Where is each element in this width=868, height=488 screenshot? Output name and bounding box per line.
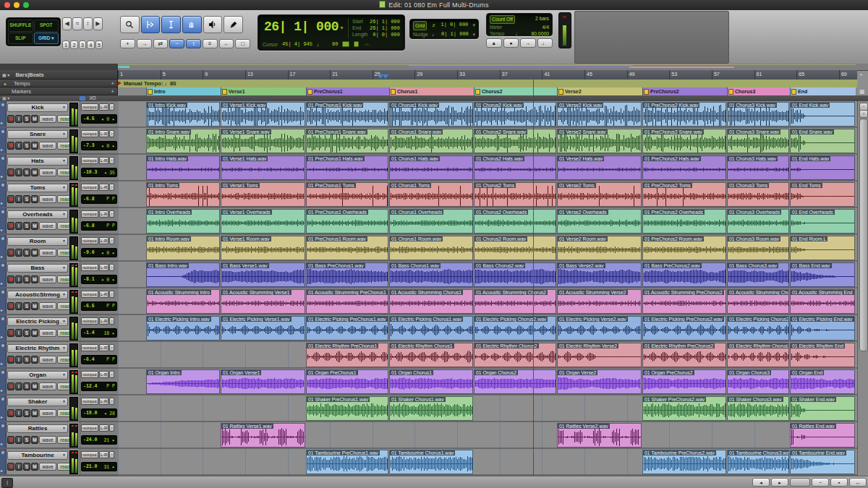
edit-toggle-6[interactable]: ←	[219, 39, 234, 48]
playlist-arrow-icon[interactable]: ▸	[1, 147, 3, 152]
audio-clip[interactable]: 01 Verse1 Kick.wav	[221, 102, 305, 127]
audio-clip[interactable]: 01 Electric Picking Chorus3.wav	[727, 316, 789, 341]
marker-region-prechorus1[interactable]: PreChorus1	[306, 87, 389, 95]
solo-column-icon[interactable]	[80, 96, 85, 100]
mute-button[interactable]: M	[31, 436, 38, 444]
mute-button[interactable]: M	[31, 302, 38, 310]
audio-clip[interactable]: 01 Chorus3 Hats.wav	[727, 155, 789, 180]
playlist-arrow-icon[interactable]: ▸	[1, 388, 3, 393]
edit-mode-shuffle[interactable]: SHUFFLE	[8, 20, 33, 32]
audio-clip[interactable]: 01 Organ PreChorus1	[306, 369, 388, 394]
input-button[interactable]: I	[15, 409, 22, 417]
io-up-icon[interactable]: ↑	[109, 210, 114, 218]
scroll-zoom-button[interactable]: ≈	[859, 110, 868, 118]
audio-clip[interactable]: 01 End Overheads	[790, 209, 855, 234]
input-button[interactable]: I	[15, 382, 22, 390]
audio-clip[interactable]: 01 Organ Chorus3	[727, 369, 789, 394]
io-up-icon[interactable]: ↑	[109, 398, 114, 405]
playlist-arrow-icon[interactable]: ▸	[1, 468, 3, 473]
solo-button[interactable]: S	[23, 409, 30, 417]
input-path-button[interactable]: noinput	[81, 371, 98, 378]
metronome-button[interactable]: ▲	[486, 38, 502, 48]
input-button[interactable]: I	[15, 275, 22, 283]
track-view-button[interactable]: wave	[39, 302, 56, 310]
ruler-options-icon[interactable]: ▦	[859, 88, 865, 95]
input-path-button[interactable]: noinput	[81, 237, 98, 244]
record-enable-button[interactable]	[7, 409, 14, 417]
track-list-menu-icon[interactable]: ▦ ▾	[2, 95, 9, 100]
scrubber-tool-button[interactable]	[203, 16, 223, 33]
track-options-icon[interactable]: ▼	[62, 399, 66, 403]
track-name[interactable]: Bass	[7, 264, 68, 273]
audio-clip[interactable]: 01 Intro Kick.wav	[146, 102, 220, 127]
edit-mode-grid[interactable]: GRID ▾	[34, 33, 59, 45]
input-button[interactable]: I	[15, 168, 22, 176]
zoomer-tool-button[interactable]	[120, 16, 140, 33]
track-name[interactable]: Hats	[7, 157, 68, 166]
marker-region-verse2[interactable]: Verse2	[557, 87, 642, 95]
io-up-icon[interactable]: ↑	[109, 264, 114, 271]
audio-clip[interactable]: 01 Verse1 Snare.wav	[221, 129, 305, 153]
track-view-button[interactable]: wave	[39, 275, 56, 283]
io-up-icon[interactable]: ↑	[109, 130, 114, 137]
timeline-insertion-icon[interactable]	[342, 41, 349, 47]
track-options-icon[interactable]: ▼	[62, 239, 66, 243]
audio-clip[interactable]: 01 PreChorus1 Room.wav	[306, 236, 388, 260]
audio-clip[interactable]: 01 Electric Picking Verse2.wav	[557, 316, 642, 341]
io-up-icon[interactable]: ↑	[109, 371, 114, 378]
audio-clip[interactable]: 01 Chorus2 Hats.wav	[474, 155, 556, 180]
track-name[interactable]: Electric Picking	[7, 317, 68, 326]
record-enable-button[interactable]	[7, 222, 14, 230]
track-options-icon[interactable]: ▼	[62, 426, 66, 430]
record-enable-button[interactable]	[7, 356, 14, 364]
output-path-button[interactable]: L-R	[99, 184, 109, 191]
collapse-track-list-button[interactable]: ⟨	[1, 478, 13, 488]
playlist-arrow-icon[interactable]: ▸	[1, 121, 3, 125]
input-button[interactable]: I	[15, 329, 22, 337]
marker-flag-icon[interactable]	[558, 89, 563, 95]
audio-clip[interactable]: 01 End Kick.wav	[790, 102, 855, 127]
horizontal-zoom-icon[interactable]: ≈	[72, 17, 82, 30]
conductor-button[interactable]: ♩	[537, 38, 553, 48]
audio-clip[interactable]: 01 Electric Rhythm Chorus3	[727, 343, 789, 367]
output-path-button[interactable]: L-R	[99, 451, 109, 458]
solo-button[interactable]: S	[23, 195, 30, 203]
track-view-button[interactable]: wave	[39, 168, 56, 176]
tempo-row[interactable]: Tempo♩80.0000	[490, 30, 549, 38]
add-ruler-icon[interactable]: +	[859, 72, 863, 78]
solo-button[interactable]: S	[23, 302, 30, 310]
output-path-button[interactable]: L-R	[99, 424, 109, 432]
ruler-label-markers[interactable]: Markers +	[0, 87, 118, 95]
ruler-label-tempo[interactable]: ▸ Tempo +	[0, 80, 118, 87]
audio-clip[interactable]: 01 Verse2 Kick.wav	[557, 102, 642, 127]
input-path-button[interactable]: noinput	[81, 451, 98, 458]
grabber-tool-button[interactable]	[182, 16, 202, 33]
solo-button[interactable]: S	[23, 463, 30, 471]
track-options-icon[interactable]: ▼	[62, 158, 66, 163]
edit-mode-slip[interactable]: SLIP	[8, 33, 33, 45]
audio-clip[interactable]: 01 End Hats.wav	[790, 155, 855, 180]
audio-clip[interactable]: 01 Bass PreChorus1.wav	[306, 262, 388, 287]
output-path-button[interactable]: L-R	[99, 371, 109, 378]
audio-clip[interactable]: 01 PreChorus2 Hats.wav	[642, 155, 726, 180]
add-tempo-icon[interactable]: +	[111, 80, 114, 87]
track-name[interactable]: Organ	[7, 371, 68, 380]
audio-clip[interactable]: 01 Shaker PreChorus1.wav	[306, 396, 388, 421]
audio-clip[interactable]: 01 Verse2 Overheads	[557, 209, 642, 234]
output-path-button[interactable]: L-R	[99, 264, 109, 271]
track-options-icon[interactable]: ▼	[62, 453, 66, 457]
vertical-scrollbar[interactable]: − ≈	[857, 101, 868, 476]
track-options-icon[interactable]: ▼	[62, 185, 66, 189]
marker-flag-icon[interactable]	[391, 89, 396, 95]
solo-button[interactable]: S	[23, 168, 30, 176]
audio-clip[interactable]: 01 Chorus1 Overheads	[389, 209, 473, 234]
audio-clip[interactable]: 01 Bass Chorus1.wav	[389, 262, 473, 287]
track-view-button[interactable]: wave	[39, 115, 56, 123]
volume-pan-display[interactable]: -19.0◂ 28	[81, 408, 117, 418]
audio-clip[interactable]: 01 Chorus3 Kick.wav	[727, 102, 789, 127]
input-path-button[interactable]: noinput	[81, 103, 98, 111]
mute-button[interactable]: M	[31, 382, 38, 390]
audio-clip[interactable]: 01 Tambourine PreChorus1.wav	[306, 450, 388, 474]
pencil-tool-button[interactable]	[224, 16, 243, 33]
audio-clip[interactable]: 01 Tambourine Chorus3.wav	[727, 450, 789, 474]
